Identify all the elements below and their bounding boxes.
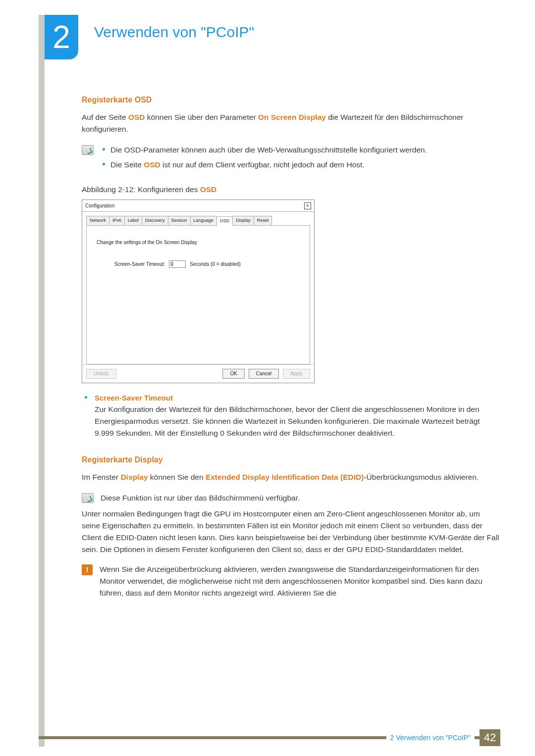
page-number: 42 [480,729,500,746]
section-heading-osd: Registerkarte OSD [82,94,500,106]
tab-display[interactable]: Display [232,216,254,225]
tab-network[interactable]: Network [86,216,109,225]
config-tabs: Network IPv6 Label Discovery Session Lan… [86,216,310,226]
bold-osd: OSD [128,113,145,121]
def-term-screen-saver: Screen-Saver Timeout [95,392,500,403]
note-icon [82,145,94,155]
bold-on-screen-display: On Screen Display [258,113,326,121]
ok-button[interactable]: OK [222,369,244,379]
chapter-title: Verwenden von "PCoIP" [94,24,254,41]
cancel-button[interactable]: Cancel [249,369,279,379]
config-window-title: Configuration [85,202,114,210]
config-window: Configuration × Network IPv6 Label Disco… [82,200,315,383]
display-warning: Wenn Sie die Anzeigeüberbrückung aktivie… [100,563,500,599]
decorative-left-stripe [39,15,45,747]
def-body-screen-saver: Zur Konfiguration der Wartezeit für den … [95,403,500,439]
unlock-button[interactable]: Unlock [86,369,116,379]
tab-osd[interactable]: OSD [216,216,233,226]
osd-notes-list: Die OSD-Parameter können auch über die W… [101,144,500,174]
page-footer: 2 Verwenden von "PCoIP" 42 [39,729,500,746]
tab-discovery[interactable]: Discovery [142,216,168,225]
warning-icon: ! [82,564,93,575]
tab-ipv6[interactable]: IPv6 [109,216,125,225]
display-intro: Im Fenster Display können Sie den Extend… [82,471,500,483]
tab-language[interactable]: Language [190,216,217,225]
section-heading-display: Registerkarte Display [82,454,500,466]
display-body: Unter normalen Bedingungen fragt die GPU… [82,508,500,555]
osd-intro: Auf der Seite OSD können Sie über den Pa… [82,111,500,135]
note-icon [82,493,94,503]
screen-saver-label: Screen-Saver Timeout: [114,260,165,268]
apply-button[interactable]: Apply [283,369,310,379]
footer-label: 2 Verwenden von "PCoIP" [386,734,475,742]
osd-note-2: Die Seite OSD ist nur auf dem Client ver… [101,159,500,171]
screen-saver-input[interactable] [169,260,186,268]
chapter-number-badge: 2 [45,15,78,59]
close-icon[interactable]: × [304,202,311,209]
screen-saver-suffix: Seconds (0 = disabled) [190,260,241,268]
display-note: Diese Funktion ist nur über das Bildschi… [101,492,500,504]
config-body-heading: Change the settings of the On Screen Dis… [97,239,300,247]
osd-note-1: Die OSD-Parameter können auch über die W… [101,144,500,156]
tab-session[interactable]: Session [168,216,191,225]
tab-label[interactable]: Label [124,216,142,225]
figure-caption: Abbildung 2-12: Konfigurieren des OSD [82,184,500,196]
tab-reset[interactable]: Reset [254,216,272,225]
